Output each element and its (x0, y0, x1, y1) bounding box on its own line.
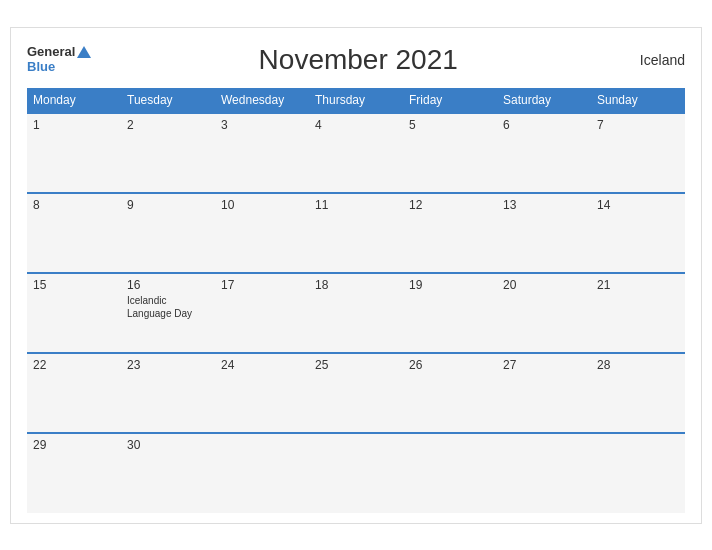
weekday-header: Friday (403, 88, 497, 113)
day-number: 12 (409, 198, 491, 212)
day-number: 19 (409, 278, 491, 292)
weekday-header: Tuesday (121, 88, 215, 113)
day-number: 16 (127, 278, 209, 292)
weekday-header-row: MondayTuesdayWednesdayThursdayFridaySatu… (27, 88, 685, 113)
day-number: 6 (503, 118, 585, 132)
calendar-day-cell: 1 (27, 113, 121, 193)
calendar-day-cell: 2 (121, 113, 215, 193)
calendar-wrapper: General Blue November 2021 Iceland Monda… (10, 27, 702, 524)
weekday-header: Sunday (591, 88, 685, 113)
calendar-day-cell: 5 (403, 113, 497, 193)
calendar-header: General Blue November 2021 Iceland (27, 44, 685, 76)
calendar-body: 12345678910111213141516Icelandic Languag… (27, 113, 685, 513)
day-number: 5 (409, 118, 491, 132)
calendar-day-cell: 8 (27, 193, 121, 273)
calendar-day-cell: 17 (215, 273, 309, 353)
day-number: 11 (315, 198, 397, 212)
calendar-week-row: 22232425262728 (27, 353, 685, 433)
day-number: 25 (315, 358, 397, 372)
day-number: 9 (127, 198, 209, 212)
weekday-header: Saturday (497, 88, 591, 113)
calendar-day-cell: 15 (27, 273, 121, 353)
day-number: 10 (221, 198, 303, 212)
calendar-country: Iceland (625, 52, 685, 68)
day-number: 20 (503, 278, 585, 292)
calendar-day-cell: 7 (591, 113, 685, 193)
calendar-day-cell: 3 (215, 113, 309, 193)
day-number: 4 (315, 118, 397, 132)
weekday-header: Monday (27, 88, 121, 113)
day-number: 3 (221, 118, 303, 132)
calendar-day-cell: 26 (403, 353, 497, 433)
weekday-header: Wednesday (215, 88, 309, 113)
calendar-week-row: 891011121314 (27, 193, 685, 273)
calendar-day-cell: 21 (591, 273, 685, 353)
logo-triangle-icon (77, 46, 91, 58)
day-number: 21 (597, 278, 679, 292)
day-number: 28 (597, 358, 679, 372)
day-number: 24 (221, 358, 303, 372)
day-number: 22 (33, 358, 115, 372)
calendar-day-cell: 11 (309, 193, 403, 273)
day-number: 18 (315, 278, 397, 292)
day-number: 13 (503, 198, 585, 212)
calendar-title: November 2021 (91, 44, 625, 76)
day-number: 17 (221, 278, 303, 292)
calendar-thead: MondayTuesdayWednesdayThursdayFridaySatu… (27, 88, 685, 113)
logo-blue-text: Blue (27, 60, 91, 74)
day-number: 8 (33, 198, 115, 212)
day-number: 23 (127, 358, 209, 372)
calendar-week-row: 1234567 (27, 113, 685, 193)
calendar-week-row: 1516Icelandic Language Day1718192021 (27, 273, 685, 353)
calendar-day-cell: 4 (309, 113, 403, 193)
day-number: 29 (33, 438, 115, 452)
logo: General Blue (27, 45, 91, 74)
calendar-day-cell (215, 433, 309, 513)
calendar-day-cell: 22 (27, 353, 121, 433)
logo-general-text: General (27, 45, 75, 59)
calendar-grid: MondayTuesdayWednesdayThursdayFridaySatu… (27, 88, 685, 513)
day-number: 14 (597, 198, 679, 212)
calendar-day-cell: 20 (497, 273, 591, 353)
calendar-day-cell: 29 (27, 433, 121, 513)
calendar-day-cell: 24 (215, 353, 309, 433)
calendar-day-cell: 18 (309, 273, 403, 353)
calendar-day-cell: 23 (121, 353, 215, 433)
calendar-day-cell (497, 433, 591, 513)
calendar-day-cell: 16Icelandic Language Day (121, 273, 215, 353)
calendar-day-cell (309, 433, 403, 513)
calendar-day-cell (403, 433, 497, 513)
day-number: 1 (33, 118, 115, 132)
calendar-day-cell: 12 (403, 193, 497, 273)
calendar-week-row: 2930 (27, 433, 685, 513)
day-number: 15 (33, 278, 115, 292)
calendar-day-cell: 25 (309, 353, 403, 433)
calendar-day-cell: 19 (403, 273, 497, 353)
calendar-day-cell: 14 (591, 193, 685, 273)
calendar-day-cell: 10 (215, 193, 309, 273)
calendar-day-cell: 9 (121, 193, 215, 273)
weekday-header: Thursday (309, 88, 403, 113)
calendar-day-cell: 13 (497, 193, 591, 273)
day-number: 27 (503, 358, 585, 372)
calendar-day-cell: 28 (591, 353, 685, 433)
calendar-day-cell: 27 (497, 353, 591, 433)
day-number: 2 (127, 118, 209, 132)
day-number: 26 (409, 358, 491, 372)
calendar-day-cell (591, 433, 685, 513)
calendar-day-cell: 6 (497, 113, 591, 193)
calendar-event: Icelandic Language Day (127, 294, 209, 320)
day-number: 7 (597, 118, 679, 132)
calendar-day-cell: 30 (121, 433, 215, 513)
day-number: 30 (127, 438, 209, 452)
